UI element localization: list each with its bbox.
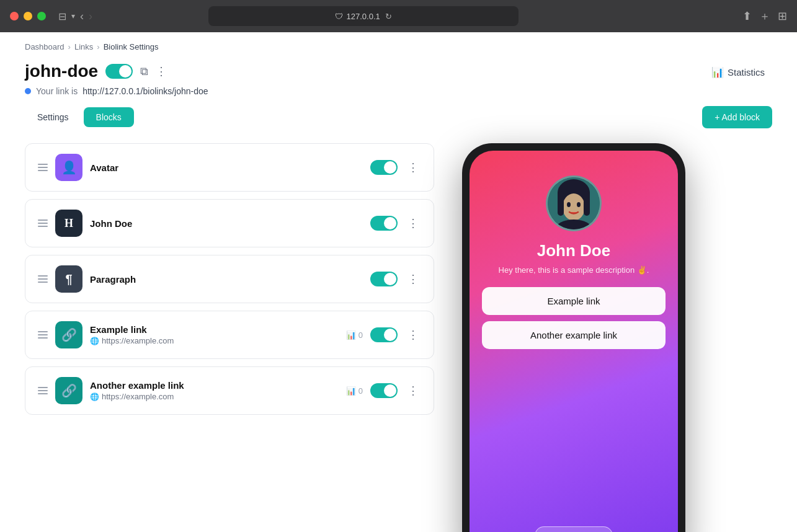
block-name-paragraph: Paragraph	[90, 274, 363, 285]
link-prefix: Your link is	[36, 86, 78, 96]
block-name-another-example-link: Another example link	[90, 380, 339, 391]
block-toggle-another-example-link[interactable]	[370, 383, 398, 398]
biolink-toggle[interactable]	[105, 64, 133, 79]
breadcrumb-sep-2: ›	[97, 42, 99, 51]
page-content: Dashboard › Links › Biolink Settings joh…	[0, 32, 797, 532]
block-toggle-johndoe[interactable]	[370, 216, 398, 231]
block-icon-avatar: 👤	[55, 154, 82, 181]
browser-chrome: ⊟ ▾ ‹ › 🛡 127.0.0.1 ↻ ⬆ ＋ ⊞	[0, 0, 797, 32]
phone-inner: John Doe Hey there, this is a sample des…	[470, 151, 678, 532]
fullscreen-traffic-light[interactable]	[37, 12, 46, 20]
phone-link-2[interactable]: Another example link	[482, 321, 666, 349]
svg-point-2	[563, 193, 585, 221]
forward-icon[interactable]: ›	[89, 10, 92, 23]
sidebar-toggle-icon[interactable]: ⊟	[58, 11, 66, 22]
page-header: john-doe ⧉ ⋮ Your link is http://127.0.0…	[0, 56, 797, 106]
block-more-johndoe[interactable]: ⋮	[405, 214, 421, 233]
globe-icon-1: 🌐	[90, 337, 99, 345]
chevron-down-icon[interactable]: ▾	[71, 12, 75, 20]
phone-preview: John Doe Hey there, this is a sample des…	[434, 143, 688, 532]
block-toggle-example-link[interactable]	[370, 327, 398, 342]
stats-icon-2: 📊	[346, 386, 356, 396]
copy-button[interactable]: ⧉	[140, 65, 148, 78]
tab-settings[interactable]: Settings	[25, 107, 81, 127]
drag-handle-johndoe[interactable]	[38, 219, 48, 227]
statistics-button[interactable]: 📊 Statistics	[704, 61, 772, 83]
browser-nav: ⊟ ▾ ‹ ›	[58, 10, 92, 23]
block-icon-johndoe: H	[55, 210, 82, 237]
reload-icon[interactable]: ↻	[385, 12, 392, 21]
block-item-avatar: 👤 Avatar ⋮	[25, 143, 434, 192]
block-item-johndoe: H John Doe ⋮	[25, 199, 434, 247]
blocks-list: 👤 Avatar ⋮ H John Doe ⋮	[25, 143, 434, 532]
stats-icon-1: 📊	[346, 330, 356, 340]
tabs-icon[interactable]: ⊞	[778, 9, 787, 23]
block-item-example-link: 🔗 Example link 🌐 https://example.com 📊 0…	[25, 311, 434, 359]
block-more-paragraph[interactable]: ⋮	[405, 270, 421, 288]
verified-badge: ✔ Verified User	[535, 526, 613, 532]
url-text: 127.0.0.1	[347, 12, 380, 21]
breadcrumb-dashboard[interactable]: Dashboard	[25, 42, 65, 51]
globe-icon-2: 🌐	[90, 392, 99, 401]
toolbar: Settings Blocks + Add block	[0, 106, 797, 143]
phone-screen: John Doe Hey there, this is a sample des…	[470, 151, 678, 532]
block-info-another-example-link: Another example link 🌐 https://example.c…	[90, 380, 339, 401]
svg-point-6	[577, 202, 581, 207]
page-title: john-doe	[25, 61, 98, 81]
block-name-johndoe: John Doe	[90, 218, 363, 229]
block-more-example-link[interactable]: ⋮	[405, 326, 421, 344]
header-right: 📊 Statistics	[704, 61, 772, 83]
block-item-another-example-link: 🔗 Another example link 🌐 https://example…	[25, 366, 434, 415]
add-block-button[interactable]: + Add block	[702, 106, 772, 128]
phone-avatar	[546, 175, 602, 231]
header-left: john-doe ⧉ ⋮ Your link is http://127.0.0…	[25, 61, 208, 96]
share-icon[interactable]: ⬆	[742, 9, 752, 23]
shield-icon: 🛡	[335, 12, 343, 21]
link-url[interactable]: http://127.0.0.1/biolinks/john-doe	[82, 86, 208, 96]
block-icon-paragraph: ¶	[55, 265, 82, 293]
drag-handle-example-link[interactable]	[38, 331, 48, 339]
block-toggle-avatar[interactable]	[370, 160, 398, 175]
close-traffic-light[interactable]	[10, 12, 19, 20]
block-info-example-link: Example link 🌐 https://example.com	[90, 324, 339, 345]
phone-link-1[interactable]: Example link	[482, 287, 666, 315]
back-icon[interactable]: ‹	[80, 10, 84, 23]
drag-handle-avatar[interactable]	[38, 164, 48, 171]
main-layout: 👤 Avatar ⋮ H John Doe ⋮	[0, 143, 797, 532]
tab-blocks[interactable]: Blocks	[84, 107, 134, 127]
block-meta-example-link: 📊 0 ⋮	[346, 326, 421, 344]
traffic-lights	[10, 12, 46, 20]
block-info-johndoe: John Doe	[90, 218, 363, 229]
svg-point-5	[567, 202, 571, 207]
block-stats-example-link: 📊 0	[346, 330, 363, 340]
breadcrumb-links[interactable]: Links	[74, 42, 93, 51]
block-name-example-link: Example link	[90, 324, 339, 335]
phone-desc: Hey there, this is a sample description …	[499, 265, 649, 275]
block-more-avatar[interactable]: ⋮	[405, 158, 421, 177]
block-url-another-example-link: 🌐 https://example.com	[90, 392, 339, 401]
minimize-traffic-light[interactable]	[24, 12, 32, 20]
block-info-avatar: Avatar	[90, 162, 363, 173]
breadcrumb: Dashboard › Links › Biolink Settings	[0, 32, 797, 56]
block-icon-another-example-link: 🔗	[55, 377, 82, 404]
drag-handle-paragraph[interactable]	[38, 275, 48, 283]
link-status-dot	[25, 88, 31, 94]
block-toggle-paragraph[interactable]	[370, 272, 398, 286]
block-stats-another-example-link: 📊 0	[346, 386, 363, 396]
svg-rect-3	[558, 191, 564, 216]
block-item-paragraph: ¶ Paragraph ⋮	[25, 255, 434, 303]
browser-actions: ⬆ ＋ ⊞	[742, 9, 787, 24]
block-more-another-example-link[interactable]: ⋮	[405, 381, 421, 400]
drag-handle-another-example-link[interactable]	[38, 387, 48, 394]
new-tab-icon[interactable]: ＋	[759, 9, 770, 24]
phone-bottom: ✔ Verified User	[535, 526, 613, 532]
chart-icon: 📊	[711, 66, 724, 78]
block-icon-example-link: 🔗	[55, 321, 82, 348]
link-row: Your link is http://127.0.0.1/biolinks/j…	[25, 86, 208, 96]
block-name-avatar: Avatar	[90, 162, 363, 173]
url-bar[interactable]: 🛡 127.0.0.1 ↻	[208, 6, 519, 26]
header-more-button[interactable]: ⋮	[156, 64, 167, 78]
block-url-example-link: 🌐 https://example.com	[90, 336, 339, 345]
phone-frame: John Doe Hey there, this is a sample des…	[462, 143, 685, 532]
statistics-label: Statistics	[728, 67, 765, 78]
